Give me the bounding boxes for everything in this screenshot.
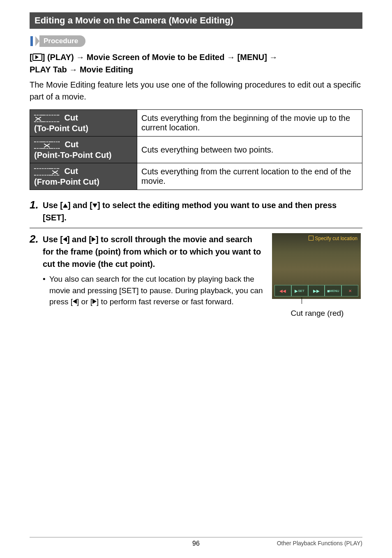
ctrl-cell: ◀◀: [274, 285, 291, 296]
film-ptp-icon: [34, 141, 60, 149]
page-number: 96: [141, 540, 251, 547]
cut-ptp-head: Cut (Point-To-Point Cut): [30, 137, 137, 163]
cut-to-point-desc: Cuts everything from the beginning of th…: [137, 110, 362, 137]
cut-types-table: Cut (To-Point Cut) Cuts everything from …: [30, 109, 362, 190]
pointer-line: [272, 300, 362, 308]
chevron-right-icon: [35, 36, 39, 46]
footer-title: Other Playback Functions (PLAY): [251, 540, 362, 547]
screenshot-figure: Specify cut location ◀◀ ▶SET ▶▶ ■MENU ✕ …: [272, 233, 362, 318]
arrow-icon: →: [269, 51, 277, 63]
section-title: Editing a Movie on the Camera (Movie Edi…: [30, 12, 362, 29]
up-arrow-icon: [63, 204, 68, 208]
step-2-bullet: • You also can search for the cut locati…: [43, 273, 265, 308]
top-label-text: Specify cut location: [315, 236, 357, 241]
step-number: 1.: [30, 199, 43, 211]
step-text: ] and [: [68, 201, 92, 210]
cut-sub: (Point-To-Point Cut): [34, 150, 111, 160]
cut-sub: (To-Point Cut): [34, 124, 88, 133]
path-bracket-open: [: [30, 53, 32, 62]
cut-from-point-head: Cut (From-Point Cut): [30, 163, 137, 190]
right-arrow-icon: [92, 237, 96, 242]
table-row: Cut (Point-To-Point Cut) Cuts everything…: [30, 137, 362, 163]
table-row: Cut (From-Point Cut) Cuts everything fro…: [30, 163, 362, 190]
film-to-point-icon: [34, 115, 60, 122]
page-footer: 96 Other Playback Functions (PLAY): [30, 537, 362, 547]
arrow-icon: →: [69, 63, 77, 76]
bullet-part: ] or [: [77, 297, 92, 306]
bullet-part: ] to perform fast reverse or fast forwar…: [97, 297, 234, 306]
screenshot-top-label: Specify cut location: [309, 236, 357, 241]
step-1: 1. Use [] and [] to select the editing m…: [30, 199, 362, 224]
path-menu: [MENU]: [238, 53, 270, 62]
table-row: Cut (To-Point Cut) Cuts everything from …: [30, 110, 362, 137]
cut-ptp-desc: Cuts everything between two points.: [137, 137, 362, 163]
play-mode-icon: [32, 53, 42, 61]
procedure-label: Procedure: [39, 35, 85, 47]
step-2-text: Use [] and [] to scroll through the movi…: [43, 233, 265, 270]
ctrl-cell: ✕: [341, 285, 358, 296]
procedure-heading: Procedure: [30, 35, 362, 47]
step-number: 2.: [30, 233, 43, 245]
ctrl-cell: ■MENU: [325, 285, 341, 296]
bullet-text: You also can search for the cut location…: [49, 273, 265, 308]
path-play-label: ] (PLAY): [42, 53, 76, 62]
cut-from-point-desc: Cuts everything from the current locatio…: [137, 163, 362, 190]
intro-text: The Movie Editing feature lets you use o…: [30, 79, 362, 103]
cut-to-point-head: Cut (To-Point Cut): [30, 110, 137, 137]
step-text: Use [: [43, 201, 63, 210]
path-play-tab: PLAY Tab: [30, 65, 69, 74]
cut-label: Cut: [62, 167, 78, 176]
procedure-bar-icon: [30, 36, 33, 46]
path-movie-screen: Movie Screen of Movie to be Edited: [87, 53, 227, 62]
left-arrow-icon: [73, 299, 77, 304]
arrow-icon: →: [227, 51, 235, 63]
step-text: Use [: [43, 235, 63, 244]
down-arrow-icon: [92, 204, 97, 208]
step-2: 2. Use [] and [] to scroll through the m…: [30, 233, 362, 318]
screenshot-caption: Cut range (red): [272, 309, 362, 318]
arrow-icon: →: [76, 51, 84, 63]
cut-sub: (From-Point Cut): [34, 177, 99, 186]
film-from-point-icon: [34, 168, 60, 176]
bullet-dot-icon: •: [43, 273, 49, 308]
right-arrow-icon: [92, 299, 97, 304]
screenshot-control-bar: ◀◀ ▶SET ▶▶ ■MENU ✕: [274, 285, 358, 296]
ctrl-cell: ▶▶: [308, 285, 325, 296]
procedure-path: [] (PLAY) → Movie Screen of Movie to be …: [30, 51, 362, 76]
cut-label: Cut: [62, 140, 78, 149]
cut-label: Cut: [62, 113, 78, 122]
checkbox-icon: [309, 236, 314, 241]
ctrl-cell: ▶SET: [291, 285, 308, 296]
camera-screenshot: Specify cut location ◀◀ ▶SET ▶▶ ■MENU ✕: [272, 233, 361, 299]
step-1-text: Use [] and [] to select the editing meth…: [43, 199, 362, 224]
step-text: ] and [: [67, 235, 92, 244]
path-movie-editing: Movie Editing: [80, 65, 133, 74]
left-arrow-icon: [63, 237, 67, 242]
divider: [30, 228, 362, 228]
